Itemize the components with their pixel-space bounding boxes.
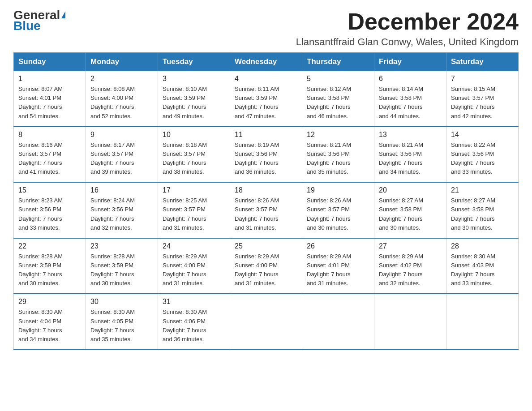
day-info: Sunrise: 8:28 AMSunset: 3:59 PMDaylight:…	[90, 252, 153, 288]
day-number: 4	[235, 75, 297, 83]
logo-blue-text: Blue	[13, 20, 65, 32]
day-info: Sunrise: 8:26 AMSunset: 3:57 PMDaylight:…	[235, 196, 297, 232]
title-area: December 2024 Llansantffraid Glan Conwy,…	[296, 9, 519, 48]
weekday-header-sunday: Sunday	[14, 53, 86, 71]
calendar-empty-cell	[230, 294, 302, 350]
day-info: Sunrise: 8:21 AMSunset: 3:56 PMDaylight:…	[379, 141, 442, 177]
calendar-day-cell: 28Sunrise: 8:30 AMSunset: 4:03 PMDayligh…	[446, 238, 519, 294]
day-info: Sunrise: 8:23 AMSunset: 3:56 PMDaylight:…	[18, 196, 81, 232]
calendar-day-cell: 30Sunrise: 8:30 AMSunset: 4:05 PMDayligh…	[86, 294, 158, 350]
day-number: 14	[451, 131, 514, 139]
day-number: 13	[379, 131, 442, 139]
calendar-day-cell: 16Sunrise: 8:24 AMSunset: 3:56 PMDayligh…	[86, 182, 158, 238]
weekday-header-monday: Monday	[86, 53, 158, 71]
weekday-header-tuesday: Tuesday	[158, 53, 230, 71]
day-number: 18	[235, 186, 297, 194]
day-number: 25	[235, 242, 297, 250]
day-number: 26	[307, 242, 369, 250]
calendar-week-row: 15Sunrise: 8:23 AMSunset: 3:56 PMDayligh…	[14, 182, 519, 238]
calendar-day-cell: 17Sunrise: 8:25 AMSunset: 3:57 PMDayligh…	[158, 182, 230, 238]
calendar-day-cell: 20Sunrise: 8:27 AMSunset: 3:58 PMDayligh…	[374, 182, 446, 238]
location-title: Llansantffraid Glan Conwy, Wales, United…	[296, 36, 519, 48]
calendar-day-cell: 2Sunrise: 8:08 AMSunset: 4:00 PMDaylight…	[86, 71, 158, 127]
day-info: Sunrise: 8:30 AMSunset: 4:06 PMDaylight:…	[163, 308, 225, 344]
day-number: 21	[451, 186, 514, 194]
day-info: Sunrise: 8:27 AMSunset: 3:58 PMDaylight:…	[379, 196, 442, 232]
weekday-header-friday: Friday	[374, 53, 446, 71]
calendar-day-cell: 11Sunrise: 8:19 AMSunset: 3:56 PMDayligh…	[230, 127, 302, 183]
weekday-header-thursday: Thursday	[302, 53, 374, 71]
day-number: 27	[379, 242, 442, 250]
day-info: Sunrise: 8:24 AMSunset: 3:56 PMDaylight:…	[90, 196, 153, 232]
day-info: Sunrise: 8:25 AMSunset: 3:57 PMDaylight:…	[163, 196, 225, 232]
day-info: Sunrise: 8:30 AMSunset: 4:05 PMDaylight:…	[90, 308, 153, 344]
day-info: Sunrise: 8:11 AMSunset: 3:59 PMDaylight:…	[235, 85, 297, 121]
day-number: 7	[451, 75, 514, 83]
day-number: 11	[235, 131, 297, 139]
day-info: Sunrise: 8:15 AMSunset: 3:57 PMDaylight:…	[451, 85, 514, 121]
calendar-day-cell: 24Sunrise: 8:29 AMSunset: 4:00 PMDayligh…	[158, 238, 230, 294]
day-info: Sunrise: 8:22 AMSunset: 3:56 PMDaylight:…	[451, 141, 514, 177]
day-info: Sunrise: 8:17 AMSunset: 3:57 PMDaylight:…	[90, 141, 153, 177]
day-number: 17	[163, 186, 225, 194]
day-number: 2	[90, 75, 153, 83]
day-number: 1	[18, 75, 81, 83]
day-number: 29	[18, 298, 81, 306]
logo: General Blue	[13, 9, 65, 32]
month-title: December 2024	[296, 9, 519, 34]
day-info: Sunrise: 8:29 AMSunset: 4:01 PMDaylight:…	[307, 252, 369, 288]
calendar-week-row: 29Sunrise: 8:30 AMSunset: 4:04 PMDayligh…	[14, 294, 519, 350]
day-number: 23	[90, 242, 153, 250]
day-info: Sunrise: 8:29 AMSunset: 4:00 PMDaylight:…	[163, 252, 225, 288]
day-number: 3	[163, 75, 225, 83]
day-number: 31	[163, 298, 225, 306]
day-info: Sunrise: 8:07 AMSunset: 4:01 PMDaylight:…	[18, 85, 81, 121]
day-number: 8	[18, 131, 81, 139]
day-number: 10	[163, 131, 225, 139]
calendar-day-cell: 6Sunrise: 8:14 AMSunset: 3:58 PMDaylight…	[374, 71, 446, 127]
day-number: 28	[451, 242, 514, 250]
calendar-day-cell: 10Sunrise: 8:18 AMSunset: 3:57 PMDayligh…	[158, 127, 230, 183]
calendar-day-cell: 22Sunrise: 8:28 AMSunset: 3:59 PMDayligh…	[14, 238, 86, 294]
calendar-day-cell: 21Sunrise: 8:27 AMSunset: 3:58 PMDayligh…	[446, 182, 519, 238]
calendar-day-cell: 8Sunrise: 8:16 AMSunset: 3:57 PMDaylight…	[14, 127, 86, 183]
day-info: Sunrise: 8:30 AMSunset: 4:03 PMDaylight:…	[451, 252, 514, 288]
weekday-header-row: SundayMondayTuesdayWednesdayThursdayFrid…	[14, 53, 519, 71]
day-number: 16	[90, 186, 153, 194]
calendar-day-cell: 19Sunrise: 8:26 AMSunset: 3:57 PMDayligh…	[302, 182, 374, 238]
calendar-day-cell: 7Sunrise: 8:15 AMSunset: 3:57 PMDaylight…	[446, 71, 519, 127]
day-info: Sunrise: 8:10 AMSunset: 3:59 PMDaylight:…	[163, 85, 225, 121]
calendar-day-cell: 26Sunrise: 8:29 AMSunset: 4:01 PMDayligh…	[302, 238, 374, 294]
calendar-day-cell: 13Sunrise: 8:21 AMSunset: 3:56 PMDayligh…	[374, 127, 446, 183]
day-info: Sunrise: 8:21 AMSunset: 3:56 PMDaylight:…	[307, 141, 369, 177]
calendar-week-row: 8Sunrise: 8:16 AMSunset: 3:57 PMDaylight…	[14, 127, 519, 183]
weekday-header-saturday: Saturday	[446, 53, 519, 71]
calendar-day-cell: 31Sunrise: 8:30 AMSunset: 4:06 PMDayligh…	[158, 294, 230, 350]
calendar-day-cell: 15Sunrise: 8:23 AMSunset: 3:56 PMDayligh…	[14, 182, 86, 238]
calendar-day-cell: 1Sunrise: 8:07 AMSunset: 4:01 PMDaylight…	[14, 71, 86, 127]
day-info: Sunrise: 8:28 AMSunset: 3:59 PMDaylight:…	[18, 252, 81, 288]
day-info: Sunrise: 8:29 AMSunset: 4:02 PMDaylight:…	[379, 252, 442, 288]
day-number: 6	[379, 75, 442, 83]
calendar-day-cell: 3Sunrise: 8:10 AMSunset: 3:59 PMDaylight…	[158, 71, 230, 127]
day-info: Sunrise: 8:26 AMSunset: 3:57 PMDaylight:…	[307, 196, 369, 232]
calendar-day-cell: 12Sunrise: 8:21 AMSunset: 3:56 PMDayligh…	[302, 127, 374, 183]
calendar-day-cell: 5Sunrise: 8:12 AMSunset: 3:58 PMDaylight…	[302, 71, 374, 127]
day-info: Sunrise: 8:08 AMSunset: 4:00 PMDaylight:…	[90, 85, 153, 121]
day-number: 24	[163, 242, 225, 250]
page-header: General Blue December 2024 Llansantffrai…	[13, 9, 519, 48]
calendar-empty-cell	[446, 294, 519, 350]
calendar-table: SundayMondayTuesdayWednesdayThursdayFrid…	[13, 52, 519, 350]
calendar-empty-cell	[302, 294, 374, 350]
day-info: Sunrise: 8:27 AMSunset: 3:58 PMDaylight:…	[451, 196, 514, 232]
day-info: Sunrise: 8:16 AMSunset: 3:57 PMDaylight:…	[18, 141, 81, 177]
calendar-day-cell: 18Sunrise: 8:26 AMSunset: 3:57 PMDayligh…	[230, 182, 302, 238]
day-number: 15	[18, 186, 81, 194]
calendar-week-row: 22Sunrise: 8:28 AMSunset: 3:59 PMDayligh…	[14, 238, 519, 294]
day-info: Sunrise: 8:18 AMSunset: 3:57 PMDaylight:…	[163, 141, 225, 177]
calendar-day-cell: 27Sunrise: 8:29 AMSunset: 4:02 PMDayligh…	[374, 238, 446, 294]
day-info: Sunrise: 8:30 AMSunset: 4:04 PMDaylight:…	[18, 308, 81, 344]
day-info: Sunrise: 8:29 AMSunset: 4:00 PMDaylight:…	[235, 252, 297, 288]
calendar-day-cell: 25Sunrise: 8:29 AMSunset: 4:00 PMDayligh…	[230, 238, 302, 294]
calendar-empty-cell	[374, 294, 446, 350]
